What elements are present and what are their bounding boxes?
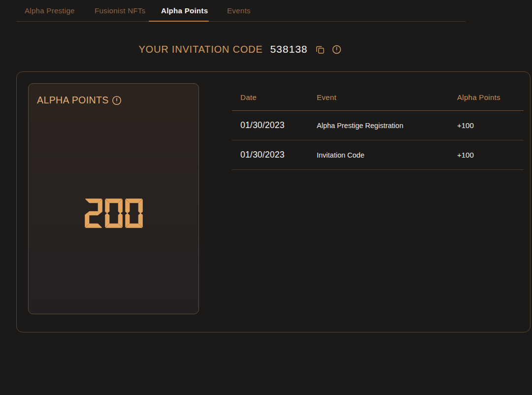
row-date: 01/30/2023 <box>240 150 317 160</box>
table-row: 01/30/2023 Invitation Code +100 <box>232 140 524 170</box>
tab-alpha-points[interactable]: Alpha Points <box>161 5 208 17</box>
card-title: ALPHA POINTS <box>37 95 109 106</box>
copy-icon[interactable] <box>315 45 325 54</box>
invitation-code-section: YOUR INVITATION CODE 538138 <box>0 41 480 57</box>
points-display <box>29 198 199 228</box>
table-row: 01/30/2023 Alpha Prestige Registration +… <box>232 111 524 140</box>
invitation-code-value: 538138 <box>270 43 307 55</box>
table-header-row: Date Event Alpha Points <box>232 84 524 111</box>
alpha-points-card: ALPHA POINTS <box>28 83 199 314</box>
info-icon[interactable] <box>111 95 122 106</box>
tab-fusionist-nfts[interactable]: Fusionist NFTs <box>95 5 145 17</box>
points-panel: ALPHA POINTS Date Event Alpha Points 01/… <box>16 71 531 332</box>
info-icon[interactable] <box>332 44 342 55</box>
tab-alpha-prestige[interactable]: Alpha Prestige <box>25 5 75 17</box>
row-points: +100 <box>457 121 524 130</box>
header-alpha-points: Alpha Points <box>457 93 524 101</box>
active-tab-indicator <box>149 21 209 22</box>
header-event: Event <box>317 93 457 101</box>
points-table: Date Event Alpha Points 01/30/2023 Alpha… <box>232 84 524 170</box>
tab-events[interactable]: Events <box>227 5 251 17</box>
row-date: 01/30/2023 <box>240 120 317 131</box>
nav-underline <box>16 21 466 22</box>
header-date: Date <box>240 93 317 101</box>
seven-segment-digit <box>125 198 143 228</box>
seven-segment-digit <box>85 198 102 228</box>
row-points: +100 <box>457 151 524 159</box>
row-event: Invitation Code <box>317 151 457 159</box>
row-event: Alpha Prestige Registration <box>317 122 457 130</box>
invitation-code-label: YOUR INVITATION CODE <box>138 44 263 55</box>
seven-segment-digit <box>105 198 123 228</box>
